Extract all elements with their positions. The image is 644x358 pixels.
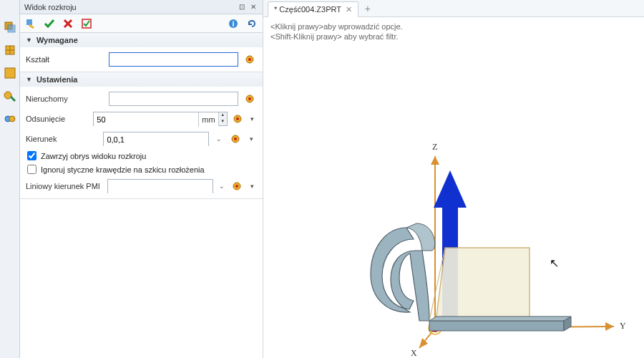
sidebar-icon-2[interactable] — [3, 43, 17, 57]
direction-expand[interactable]: ⌄ — [213, 132, 224, 146]
document-tab[interactable]: * Część004.Z3PRT ✕ — [268, 1, 358, 17]
mouse-cursor-icon: ↖ — [550, 256, 559, 270]
svg-marker-33 — [435, 248, 530, 328]
panel-toolbar: i — [20, 14, 263, 33]
shape-pick-button[interactable] — [243, 52, 257, 67]
svg-point-20 — [234, 137, 237, 140]
section-settings-title: Ustawienia — [36, 75, 77, 84]
section-settings: ▼ Ustawienia Nieruchomy Odsunięcie mm ▲▼… — [20, 72, 263, 199]
direction-input[interactable] — [104, 132, 208, 147]
svg-point-18 — [236, 117, 239, 120]
offset-input[interactable] — [94, 112, 198, 127]
sidebar-icon-4[interactable] — [3, 89, 17, 103]
new-tab-button[interactable]: + — [361, 2, 374, 15]
cancel-button[interactable] — [60, 16, 76, 32]
axis-y-label: Y — [620, 321, 626, 332]
sidebar-icon-3[interactable] — [3, 66, 17, 80]
svg-point-14 — [248, 58, 251, 61]
direction-pick-button[interactable] — [228, 132, 242, 146]
section-required-title: Wymagane — [36, 36, 78, 44]
svg-marker-34 — [429, 321, 564, 331]
section-required-header[interactable]: ▼ Wymagane — [20, 33, 263, 47]
viewport-area: * Część004.Z3PRT ✕ + <Kliknij prawy>aby … — [263, 0, 644, 358]
pmi-dropdown[interactable]: ▾ — [248, 179, 257, 193]
info-button[interactable]: i — [225, 16, 241, 32]
document-tabstrip: * Część004.Z3PRT ✕ + — [263, 0, 644, 17]
include-outline-label: Zawrzyj obrys widoku rozkroju — [41, 152, 146, 160]
panel-pin-button[interactable]: ⊡ — [237, 2, 247, 12]
section-required: ▼ Wymagane Kształt — [20, 33, 263, 72]
left-sidebar — [0, 0, 20, 358]
offset-dropdown[interactable]: ▾ — [248, 112, 257, 126]
panel-titlebar: Widok rozkroju ⊡ ✕ — [20, 0, 263, 14]
svg-point-16 — [248, 97, 251, 100]
svg-rect-1 — [8, 25, 15, 32]
ignore-tangent-label: Ignoruj styczne krawędzie na szkicu rozł… — [41, 165, 205, 174]
direction-label: Kierunek — [26, 135, 99, 143]
pmi-pick-button[interactable] — [231, 179, 243, 193]
svg-marker-32 — [434, 170, 467, 208]
include-outline-checkbox[interactable] — [27, 151, 36, 160]
collapse-icon: ▼ — [26, 76, 32, 83]
svg-text:i: i — [232, 19, 234, 28]
pmi-input[interactable] — [108, 180, 213, 194]
svg-point-22 — [235, 185, 238, 188]
ignore-tangent-checkbox[interactable] — [27, 165, 36, 174]
hint-line-2: <Shift-Kliknij prawy> aby wybrać filtr. — [270, 32, 637, 42]
properties-panel: Widok rozkroju ⊡ ✕ i ▼ Wymagane Kształt … — [20, 0, 263, 358]
svg-marker-24 — [605, 322, 614, 331]
reset-button[interactable] — [244, 16, 260, 32]
fixed-pick-button[interactable] — [243, 92, 257, 106]
svg-marker-26 — [431, 156, 439, 165]
sidebar-icon-5[interactable] — [3, 112, 17, 126]
fixed-input[interactable] — [109, 92, 238, 106]
collapse-icon: ▼ — [26, 37, 32, 44]
tab-close-button[interactable]: ✕ — [346, 5, 352, 14]
shape-label: Kształt — [26, 55, 104, 64]
direction-dropdown[interactable]: ▾ — [246, 132, 257, 146]
svg-point-8 — [9, 116, 15, 122]
pmi-label: Liniowy kierunek PMI — [26, 182, 103, 190]
ok-button[interactable] — [42, 16, 57, 32]
section-settings-header[interactable]: ▼ Ustawienia — [20, 72, 263, 87]
offset-spinner[interactable]: ▲▼ — [218, 112, 227, 125]
hint-line-1: <Kliknij prawy>aby wprowadzić opcje. — [270, 21, 637, 32]
shape-input[interactable] — [109, 52, 238, 67]
hint-text: <Kliknij prawy>aby wprowadzić opcje. <Sh… — [263, 17, 644, 42]
svg-marker-36 — [429, 316, 571, 321]
tab-label: * Część004.Z3PRT — [274, 5, 341, 14]
axis-x-label: X — [411, 348, 417, 358]
svg-rect-5 — [5, 68, 15, 78]
toolbar-button-1[interactable] — [23, 16, 39, 32]
sidebar-icon-1[interactable] — [3, 20, 17, 34]
panel-close-button[interactable]: ✕ — [248, 2, 258, 12]
svg-rect-9 — [26, 19, 32, 25]
pmi-expand[interactable]: ⌄ — [218, 179, 227, 193]
fixed-label: Nieruchomy — [26, 95, 104, 103]
offset-unit: mm — [198, 112, 218, 127]
panel-title-text: Widok rozkroju — [24, 3, 77, 11]
axis-z-label: Z — [432, 142, 437, 153]
3d-canvas[interactable]: Z Y X ↖ — [263, 42, 644, 358]
apply-button[interactable] — [79, 16, 94, 32]
offset-label: Odsunięcie — [26, 115, 89, 123]
offset-pick-button[interactable] — [232, 112, 243, 126]
